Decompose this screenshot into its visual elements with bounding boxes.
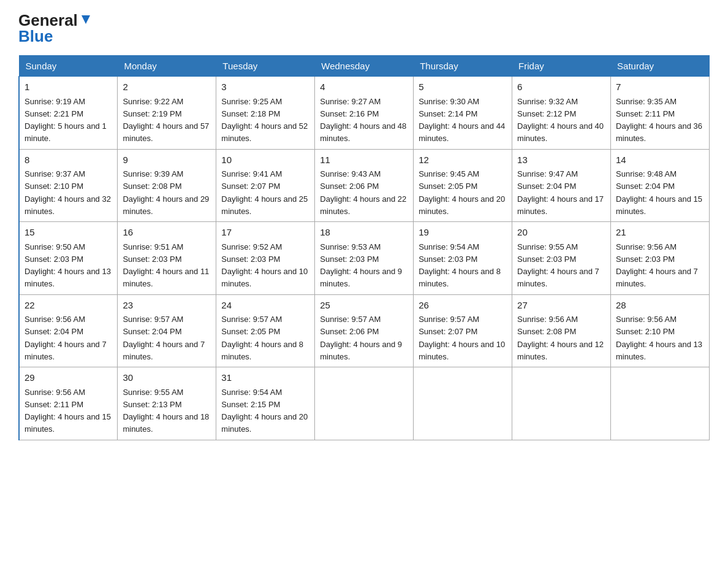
day-number: 18 — [320, 226, 408, 240]
header-wednesday: Wednesday — [315, 56, 414, 77]
day-info: Sunrise: 9:53 AMSunset: 2:03 PMDaylight:… — [320, 242, 402, 289]
calendar-cell: 18Sunrise: 9:53 AMSunset: 2:03 PMDayligh… — [315, 222, 414, 295]
calendar-cell — [611, 367, 710, 440]
calendar-cell: 31Sunrise: 9:54 AMSunset: 2:15 PMDayligh… — [216, 367, 315, 440]
header-tuesday: Tuesday — [216, 56, 315, 77]
day-info: Sunrise: 9:45 AMSunset: 2:05 PMDaylight:… — [419, 169, 505, 216]
day-info: Sunrise: 9:27 AMSunset: 2:16 PMDaylight:… — [320, 97, 406, 144]
day-number: 28 — [616, 299, 704, 313]
day-number: 26 — [419, 299, 507, 313]
calendar-cell: 17Sunrise: 9:52 AMSunset: 2:03 PMDayligh… — [216, 222, 315, 295]
day-number: 11 — [320, 153, 408, 167]
calendar-cell — [512, 367, 611, 440]
logo-triangle-icon — [79, 13, 93, 26]
day-number: 23 — [123, 299, 211, 313]
header-saturday: Saturday — [611, 56, 710, 77]
day-info: Sunrise: 9:57 AMSunset: 2:05 PMDaylight:… — [221, 315, 303, 361]
day-number: 1 — [25, 80, 112, 94]
day-number: 19 — [419, 226, 507, 240]
day-info: Sunrise: 9:25 AMSunset: 2:18 PMDaylight:… — [221, 97, 308, 144]
day-info: Sunrise: 9:57 AMSunset: 2:04 PMDaylight:… — [123, 315, 205, 361]
day-number: 27 — [517, 299, 605, 313]
day-number: 16 — [123, 226, 211, 240]
calendar-week-row: 8Sunrise: 9:37 AMSunset: 2:10 PMDaylight… — [19, 149, 710, 222]
day-number: 6 — [517, 80, 605, 94]
day-info: Sunrise: 9:55 AMSunset: 2:03 PMDaylight:… — [517, 242, 599, 289]
calendar-cell: 2Sunrise: 9:22 AMSunset: 2:19 PMDaylight… — [118, 77, 216, 150]
calendar-week-row: 1Sunrise: 9:19 AMSunset: 2:21 PMDaylight… — [19, 77, 710, 150]
calendar-cell: 23Sunrise: 9:57 AMSunset: 2:04 PMDayligh… — [118, 294, 216, 367]
day-number: 31 — [221, 371, 309, 385]
calendar-cell: 11Sunrise: 9:43 AMSunset: 2:06 PMDayligh… — [315, 149, 414, 222]
calendar-cell: 8Sunrise: 9:37 AMSunset: 2:10 PMDaylight… — [19, 149, 118, 222]
calendar-cell: 15Sunrise: 9:50 AMSunset: 2:03 PMDayligh… — [19, 222, 118, 295]
day-number: 24 — [221, 299, 309, 313]
logo-blue: Blue — [18, 28, 53, 44]
day-number: 15 — [25, 226, 112, 240]
calendar-cell — [315, 367, 414, 440]
day-info: Sunrise: 9:56 AMSunset: 2:11 PMDaylight:… — [25, 388, 111, 434]
calendar-cell: 7Sunrise: 9:35 AMSunset: 2:11 PMDaylight… — [611, 77, 710, 150]
day-info: Sunrise: 9:41 AMSunset: 2:07 PMDaylight:… — [221, 169, 308, 216]
calendar-cell: 6Sunrise: 9:32 AMSunset: 2:12 PMDaylight… — [512, 77, 611, 150]
calendar-cell: 26Sunrise: 9:57 AMSunset: 2:07 PMDayligh… — [414, 294, 512, 367]
calendar-cell: 27Sunrise: 9:56 AMSunset: 2:08 PMDayligh… — [512, 294, 611, 367]
header-sunday: Sunday — [19, 56, 118, 77]
day-number: 8 — [25, 153, 112, 167]
calendar-cell: 28Sunrise: 9:56 AMSunset: 2:10 PMDayligh… — [611, 294, 710, 367]
day-info: Sunrise: 9:32 AMSunset: 2:12 PMDaylight:… — [517, 97, 604, 144]
day-number: 7 — [616, 80, 704, 94]
calendar-cell: 25Sunrise: 9:57 AMSunset: 2:06 PMDayligh… — [315, 294, 414, 367]
day-info: Sunrise: 9:51 AMSunset: 2:03 PMDaylight:… — [123, 242, 209, 289]
day-info: Sunrise: 9:35 AMSunset: 2:11 PMDaylight:… — [616, 97, 702, 144]
day-number: 3 — [221, 80, 309, 94]
logo: General Blue — [18, 12, 93, 44]
calendar-cell: 4Sunrise: 9:27 AMSunset: 2:16 PMDaylight… — [315, 77, 414, 150]
calendar-week-row: 15Sunrise: 9:50 AMSunset: 2:03 PMDayligh… — [19, 222, 710, 295]
day-info: Sunrise: 9:54 AMSunset: 2:03 PMDaylight:… — [419, 242, 501, 289]
svg-marker-0 — [82, 15, 90, 24]
day-number: 29 — [25, 371, 112, 385]
day-info: Sunrise: 9:50 AMSunset: 2:03 PMDaylight:… — [25, 242, 111, 289]
logo-general: General — [18, 12, 78, 28]
header-thursday: Thursday — [414, 56, 512, 77]
page-header: General Blue — [18, 12, 710, 44]
calendar-cell: 5Sunrise: 9:30 AMSunset: 2:14 PMDaylight… — [414, 77, 512, 150]
header-monday: Monday — [118, 56, 216, 77]
day-info: Sunrise: 9:57 AMSunset: 2:07 PMDaylight:… — [419, 315, 505, 361]
calendar-table: SundayMondayTuesdayWednesdayThursdayFrid… — [18, 55, 710, 440]
day-info: Sunrise: 9:56 AMSunset: 2:10 PMDaylight:… — [616, 315, 702, 361]
day-info: Sunrise: 9:47 AMSunset: 2:04 PMDaylight:… — [517, 169, 604, 216]
day-info: Sunrise: 9:52 AMSunset: 2:03 PMDaylight:… — [221, 242, 308, 289]
day-info: Sunrise: 9:56 AMSunset: 2:08 PMDaylight:… — [517, 315, 604, 361]
day-info: Sunrise: 9:19 AMSunset: 2:21 PMDaylight:… — [25, 97, 107, 144]
day-number: 9 — [123, 153, 211, 167]
calendar-cell: 16Sunrise: 9:51 AMSunset: 2:03 PMDayligh… — [118, 222, 216, 295]
calendar-week-row: 22Sunrise: 9:56 AMSunset: 2:04 PMDayligh… — [19, 294, 710, 367]
day-info: Sunrise: 9:43 AMSunset: 2:06 PMDaylight:… — [320, 169, 406, 216]
calendar-cell: 21Sunrise: 9:56 AMSunset: 2:03 PMDayligh… — [611, 222, 710, 295]
day-info: Sunrise: 9:39 AMSunset: 2:08 PMDaylight:… — [123, 169, 209, 216]
calendar-header-row: SundayMondayTuesdayWednesdayThursdayFrid… — [19, 56, 710, 77]
calendar-cell: 12Sunrise: 9:45 AMSunset: 2:05 PMDayligh… — [414, 149, 512, 222]
day-number: 2 — [123, 80, 211, 94]
calendar-cell: 13Sunrise: 9:47 AMSunset: 2:04 PMDayligh… — [512, 149, 611, 222]
day-number: 22 — [25, 299, 112, 313]
day-info: Sunrise: 9:30 AMSunset: 2:14 PMDaylight:… — [419, 97, 505, 144]
day-info: Sunrise: 9:37 AMSunset: 2:10 PMDaylight:… — [25, 169, 111, 216]
calendar-cell — [414, 367, 512, 440]
day-info: Sunrise: 9:54 AMSunset: 2:15 PMDaylight:… — [221, 388, 308, 434]
day-number: 21 — [616, 226, 704, 240]
day-number: 5 — [419, 80, 507, 94]
day-info: Sunrise: 9:56 AMSunset: 2:03 PMDaylight:… — [616, 242, 698, 289]
calendar-cell: 9Sunrise: 9:39 AMSunset: 2:08 PMDaylight… — [118, 149, 216, 222]
calendar-cell: 3Sunrise: 9:25 AMSunset: 2:18 PMDaylight… — [216, 77, 315, 150]
day-info: Sunrise: 9:48 AMSunset: 2:04 PMDaylight:… — [616, 169, 702, 216]
day-number: 25 — [320, 299, 408, 313]
day-number: 4 — [320, 80, 408, 94]
calendar-cell: 30Sunrise: 9:55 AMSunset: 2:13 PMDayligh… — [118, 367, 216, 440]
day-number: 12 — [419, 153, 507, 167]
header-friday: Friday — [512, 56, 611, 77]
calendar-cell: 14Sunrise: 9:48 AMSunset: 2:04 PMDayligh… — [611, 149, 710, 222]
calendar-cell: 10Sunrise: 9:41 AMSunset: 2:07 PMDayligh… — [216, 149, 315, 222]
